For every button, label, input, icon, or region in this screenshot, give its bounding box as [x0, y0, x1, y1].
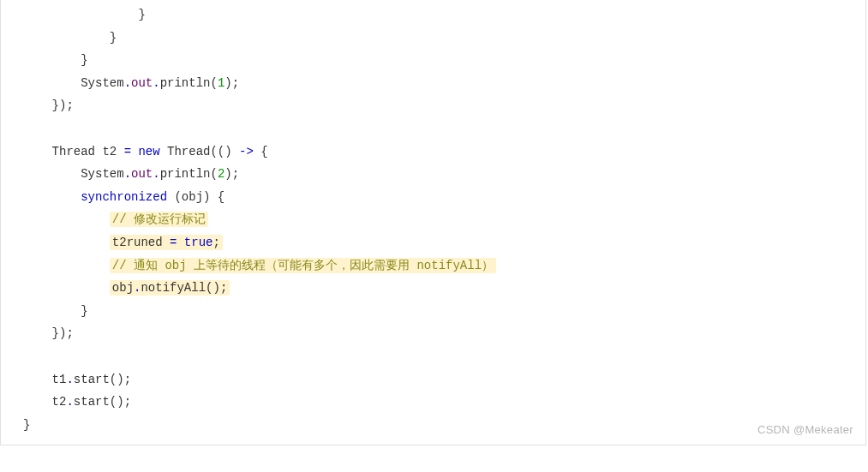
- comment-highlight: // 修改运行标记: [110, 212, 208, 227]
- code-line: t2runed = true;: [23, 235, 223, 250]
- code-line: }: [23, 31, 117, 45]
- code-line: });: [23, 326, 74, 340]
- code-line: });: [23, 99, 74, 112]
- watermark-text: CSDN @Mekeater: [757, 423, 853, 436]
- code-content: } } } System.out.println(1); }); Thread …: [1, 3, 865, 436]
- code-line: // 修改运行标记: [23, 212, 208, 227]
- code-line: t1.start();: [23, 373, 131, 386]
- code-line: System.out.println(2);: [23, 167, 239, 181]
- code-highlight: t2runed = true;: [110, 235, 223, 250]
- code-line: }: [23, 8, 146, 21]
- code-line: Thread t2 = new Thread(() -> {: [23, 145, 268, 158]
- code-line: }: [23, 418, 30, 432]
- code-line: t2.start();: [23, 395, 131, 409]
- code-line: System.out.println(1);: [23, 76, 239, 90]
- code-highlight: obj.notifyAll();: [110, 280, 230, 296]
- code-line: // 通知 obj 上等待的线程（可能有多个，因此需要用 notifyAll）: [23, 258, 496, 273]
- code-line: synchronized (obj) {: [23, 190, 224, 204]
- code-line: }: [23, 304, 88, 318]
- code-block: } } } System.out.println(1); }); Thread …: [0, 0, 866, 445]
- code-line: }: [23, 53, 88, 67]
- comment-highlight: // 通知 obj 上等待的线程（可能有多个，因此需要用 notifyAll）: [110, 258, 496, 273]
- code-line: obj.notifyAll();: [23, 280, 230, 296]
